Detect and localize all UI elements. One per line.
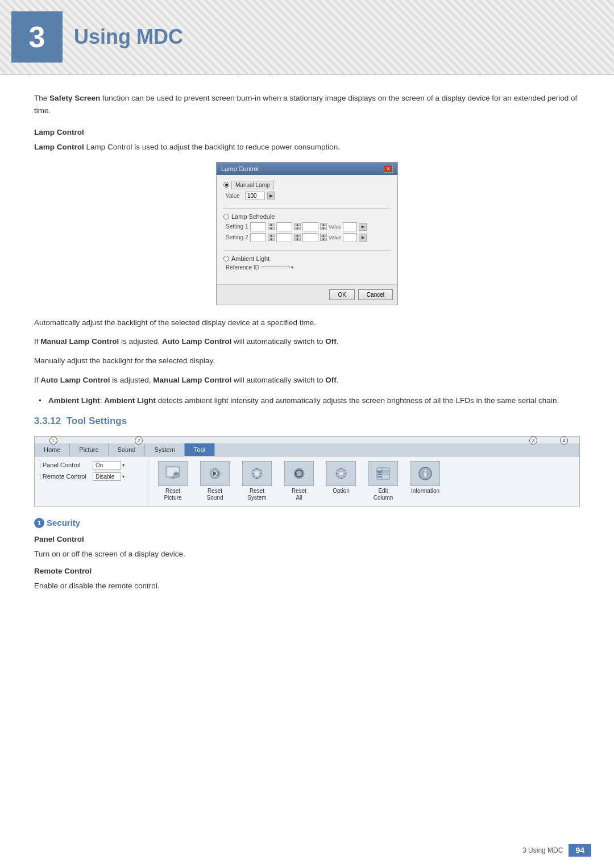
page-number: 94 bbox=[569, 844, 591, 857]
remote-control-value[interactable]: Disable bbox=[93, 472, 121, 481]
edit-column-label: EditColumn bbox=[374, 488, 393, 501]
reset-picture-item[interactable]: ResetPicture bbox=[153, 461, 193, 501]
reset-sound-label: ResetSound bbox=[207, 488, 223, 501]
svg-rect-23 bbox=[377, 471, 381, 473]
tab-system[interactable]: System bbox=[145, 443, 185, 456]
reset-picture-icon bbox=[164, 464, 182, 483]
information-icon-box[interactable] bbox=[410, 461, 440, 486]
security-badge: 1 bbox=[34, 518, 44, 528]
time-field-1c[interactable] bbox=[302, 222, 318, 231]
remote-control-heading: Remote Control bbox=[34, 567, 580, 575]
tool-tabs: Home Picture Sound System Tool bbox=[35, 443, 579, 456]
reset-sound-item[interactable]: ResetSound bbox=[195, 461, 235, 501]
ambient-light-section: Ambient Light Reference ID ▾ bbox=[223, 255, 391, 271]
footer-text: 3 Using MDC bbox=[522, 846, 563, 854]
reset-system-item[interactable]: ResetSystem bbox=[237, 461, 277, 501]
reset-all-icon-box[interactable] bbox=[284, 461, 314, 486]
information-label: Information bbox=[411, 488, 439, 495]
manual-lamp-radio-button[interactable] bbox=[223, 182, 229, 188]
time-arrow-2c[interactable]: ▲▼ bbox=[320, 234, 327, 241]
time-arrow-2a[interactable]: ▲▼ bbox=[268, 234, 275, 241]
reset-sound-icon bbox=[206, 464, 224, 483]
reference-id-dropdown-arrow[interactable]: ▾ bbox=[291, 265, 293, 270]
ambient-light-radio-button[interactable] bbox=[223, 256, 229, 261]
dialog-title: Lamp Control bbox=[221, 165, 259, 172]
ambient-bullet-item: Ambient Light: Ambient Light detects amb… bbox=[34, 394, 580, 407]
manual-lamp-label: Manual Lamp bbox=[231, 181, 274, 189]
manually-adjust-text: Manually adjust the backlight for the se… bbox=[34, 355, 580, 367]
lamp-schedule-section: Lamp Schedule Setting 1 ▲▼ ▲▼ bbox=[223, 213, 391, 242]
lamp-schedule-radio[interactable]: Lamp Schedule bbox=[223, 213, 391, 220]
panel-control-row: Panel Control On ▾ bbox=[39, 461, 143, 470]
value-arrow-2[interactable]: ▶ bbox=[359, 234, 367, 242]
tab-tool[interactable]: Tool bbox=[185, 443, 215, 456]
dialog-footer: OK Cancel bbox=[217, 284, 397, 305]
reference-id-dropdown[interactable]: ▾ bbox=[262, 265, 293, 270]
time-field-2b[interactable] bbox=[276, 233, 292, 242]
value-arrow[interactable]: ▶ bbox=[267, 192, 275, 200]
panel-control-label: Panel Control bbox=[39, 462, 90, 468]
intro-text: The Safety Screen function can be used t… bbox=[34, 92, 580, 117]
auto-to-manual-text: If Auto Lamp Control is adjusted, Manual… bbox=[34, 374, 580, 387]
svg-rect-25 bbox=[377, 476, 381, 477]
value-small-label-2: Value bbox=[329, 235, 341, 240]
lamp-schedule-radio-button[interactable] bbox=[223, 214, 229, 219]
time-field-2c[interactable] bbox=[302, 233, 318, 242]
panel-control-value[interactable]: On bbox=[93, 461, 121, 470]
divider-2 bbox=[223, 250, 391, 251]
value-arrow-1[interactable]: ▶ bbox=[359, 223, 367, 231]
tab-home[interactable]: Home bbox=[35, 443, 70, 456]
time-arrow-1c[interactable]: ▲▼ bbox=[320, 223, 327, 230]
reset-sound-icon-box[interactable] bbox=[200, 461, 230, 486]
option-item[interactable]: Option bbox=[321, 461, 361, 501]
main-content: The Safety Screen function can be used t… bbox=[0, 75, 614, 633]
edit-column-item[interactable]: EditColumn bbox=[363, 461, 403, 501]
remote-dropdown-arrow[interactable]: ▾ bbox=[122, 474, 125, 479]
time-field-1d[interactable] bbox=[343, 222, 357, 231]
lamp-control-dialog-container: Lamp Control ✕ Manual Lamp Value ▶ bbox=[34, 162, 580, 305]
ok-button[interactable]: OK bbox=[329, 289, 354, 300]
manual-lamp-value-row: Value ▶ bbox=[223, 192, 391, 200]
value-small-label-1: Value bbox=[329, 224, 341, 230]
time-field-1b[interactable] bbox=[276, 222, 292, 231]
reset-all-icon bbox=[290, 464, 308, 483]
value-input[interactable] bbox=[245, 192, 265, 200]
svg-rect-30 bbox=[425, 472, 426, 477]
security-section-title: 1 Security bbox=[34, 518, 580, 528]
option-icon-box[interactable] bbox=[326, 461, 356, 486]
remote-control-row: Remote Control Disable ▾ bbox=[39, 472, 143, 481]
time-arrow-1b[interactable]: ▲▼ bbox=[294, 223, 301, 230]
reset-picture-icon-box[interactable] bbox=[158, 461, 188, 486]
chapter-title: Using MDC bbox=[74, 25, 183, 49]
dialog-close-button[interactable]: ✕ bbox=[384, 165, 393, 173]
time-arrow-1a[interactable]: ▲▼ bbox=[268, 223, 275, 230]
edit-column-icon-box[interactable] bbox=[368, 461, 398, 486]
svg-point-11 bbox=[339, 472, 343, 475]
cancel-button[interactable]: Cancel bbox=[358, 289, 393, 300]
tab-sound[interactable]: Sound bbox=[109, 443, 146, 456]
time-field-2a[interactable] bbox=[250, 233, 266, 242]
time-field-1a[interactable] bbox=[250, 222, 266, 231]
svg-rect-27 bbox=[383, 474, 389, 475]
tool-left-panel: Panel Control On ▾ Remote Control Disabl… bbox=[35, 456, 148, 506]
information-item[interactable]: Information bbox=[405, 461, 445, 501]
panel-dropdown-arrow[interactable]: ▾ bbox=[122, 463, 125, 468]
manual-lamp-radio[interactable]: Manual Lamp bbox=[223, 181, 391, 189]
remote-control-dropdown[interactable]: Disable ▾ bbox=[93, 472, 125, 481]
time-field-2d[interactable] bbox=[343, 233, 357, 242]
reset-system-icon-box[interactable] bbox=[242, 461, 272, 486]
chapter-header: 3 Using MDC bbox=[0, 0, 614, 75]
schedule-setting2-row: Setting 2 ▲▼ ▲▼ ▲▼ Value bbox=[223, 233, 391, 242]
ambient-light-radio[interactable]: Ambient Light bbox=[223, 255, 391, 262]
reset-all-item[interactable]: ResetAll bbox=[279, 461, 319, 501]
time-arrow-2b[interactable]: ▲▼ bbox=[294, 234, 301, 241]
panel-control-dropdown[interactable]: On ▾ bbox=[93, 461, 125, 470]
svg-point-29 bbox=[425, 470, 426, 471]
setting1-label: Setting 1 bbox=[226, 223, 248, 230]
lamp-schedule-label: Lamp Schedule bbox=[231, 213, 275, 220]
reference-id-dropdown-box[interactable] bbox=[262, 266, 290, 268]
tab-picture[interactable]: Picture bbox=[70, 443, 108, 456]
panel-control-desc: Turn on or off the screen of a display d… bbox=[34, 548, 580, 560]
reset-system-label: ResetSystem bbox=[247, 488, 266, 501]
security-title: Security bbox=[47, 518, 80, 528]
